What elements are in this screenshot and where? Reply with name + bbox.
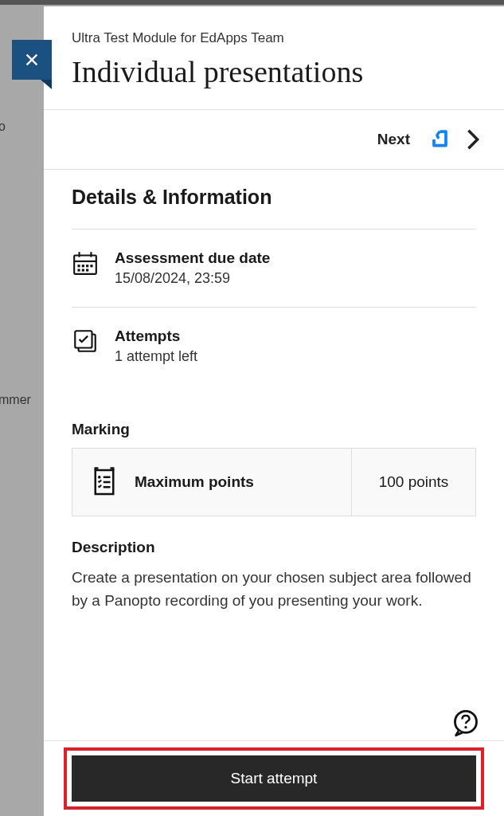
svg-rect-8 [77,269,80,271]
due-date-label: Assessment due date [115,249,270,267]
points-value: 100 points [352,449,475,516]
due-date-value: 15/08/2024, 23:59 [115,270,270,287]
svg-point-17 [464,726,467,728]
max-points-label: Maximum points [135,473,254,491]
start-attempt-button[interactable]: Start attempt [72,755,476,802]
nav-row: Next [44,110,504,169]
open-icon[interactable] [426,128,450,151]
help-icon [451,708,480,737]
rubric-icon [88,466,120,498]
due-date-row: Assessment due date 15/08/2024, 23:59 [72,229,476,307]
svg-rect-10 [86,269,88,271]
footer: Start attempt [44,740,504,816]
attempts-row: Attempts 1 attempt left [72,307,476,385]
marking-label: Marking [72,421,476,438]
page-title: Individual presentations [72,54,480,89]
description-section: Description Create a presentation on you… [72,539,476,613]
svg-rect-6 [86,265,88,267]
svg-rect-7 [90,265,92,267]
breadcrumb: Ultra Test Module for EdApps Team [72,30,480,46]
attempts-value: 1 attempt left [115,348,197,365]
svg-rect-4 [77,265,80,267]
background-text: mmer [0,393,31,407]
help-button[interactable] [451,708,480,740]
content-area: Details & Information Assessment due dat… [44,170,504,637]
background-text: o [0,120,6,134]
svg-rect-5 [82,265,84,267]
description-label: Description [72,539,476,556]
chevron-right-icon[interactable] [466,128,480,151]
description-text: Create a presentation on your chosen sub… [72,566,476,613]
calendar-icon [72,249,99,277]
marking-table: Maximum points 100 points [72,448,476,516]
side-panel: Ultra Test Module for EdApps Team Indivi… [44,6,504,816]
attempts-label: Attempts [115,328,197,345]
highlight-annotation: Start attempt [64,747,484,810]
panel-header: Ultra Test Module for EdApps Team Indivi… [44,6,504,109]
next-label: Next [377,131,410,148]
close-icon [23,51,41,69]
details-section-title: Details & Information [72,186,476,229]
svg-rect-9 [82,269,84,271]
marking-section: Marking Maximum points 100 poin [72,421,476,516]
attempts-icon [72,328,99,355]
svg-rect-0 [74,255,96,273]
close-button[interactable] [12,40,52,80]
